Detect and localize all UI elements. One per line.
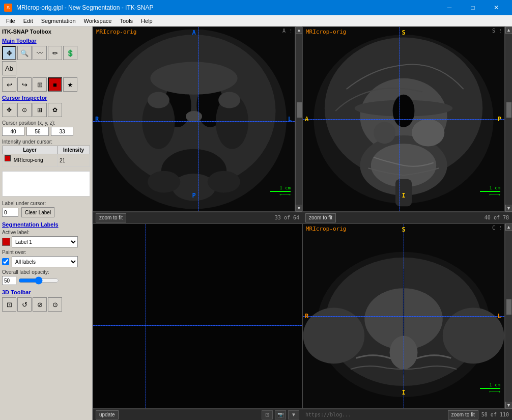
redo-button[interactable]: ↪ (17, 77, 32, 92)
tl-compass-top: A (192, 29, 195, 36)
br-scroll-track[interactable] (506, 231, 512, 401)
tl-scroll-up[interactable]: ▲ (296, 26, 303, 34)
menu-workspace[interactable]: Workspace (80, 17, 116, 25)
tl-slice-info: 33 of 64 (275, 215, 299, 220)
svg-point-24 (412, 119, 444, 147)
menu-segmentation[interactable]: Segmentation (37, 17, 80, 25)
br-footer: https://blog... zoom to fit 58 of 110 (302, 409, 512, 420)
toolbar-row2: ↩ ↪ ⊞ ■ ★ (2, 77, 90, 92)
minimize-button[interactable]: ─ (438, 0, 461, 15)
bl-dropdown[interactable]: ▼ (288, 410, 299, 419)
label-row: Clear Label (2, 207, 90, 217)
layer-name: MRIcrop-orig (3, 154, 58, 167)
svg-point-14 (218, 92, 240, 108)
cursor-z-input[interactable] (51, 127, 73, 136)
3d-tool-1[interactable]: ⊡ (2, 297, 16, 312)
tr-compass-bottom: I (402, 192, 405, 199)
opacity-slider[interactable] (18, 276, 59, 285)
br-scroll-up[interactable]: ▲ (505, 223, 513, 231)
polygon-tool[interactable]: 💲 (63, 46, 77, 60)
tr-scrollbar: ▲ ▼ (505, 26, 512, 212)
tr-zoom-fit[interactable]: zoom to fit (305, 213, 336, 222)
br-scrollbar: ▲ ▼ (505, 223, 512, 409)
tl-zoom-fit[interactable]: zoom to fit (96, 213, 126, 222)
bl-crosshair-v (146, 224, 146, 408)
maximize-button[interactable]: □ (461, 0, 485, 15)
br-slice-info: 58 of 110 (481, 412, 509, 417)
main-layout: ITK-SNAP Toolbox Main Toolbar ✥ 🔍 〰 ✏ 💲 … (0, 26, 512, 420)
tl-viewport-name: MRIcrop-orig (96, 29, 136, 35)
tr-scroll-track[interactable] (506, 34, 512, 204)
br-viewport-name: MRIcrop-orig (306, 226, 346, 232)
tr-scroll-thumb[interactable] (506, 102, 511, 118)
inspector-grid[interactable]: ⊞ (33, 103, 47, 117)
top-left-viewport[interactable]: MRIcrop-orig A ⋮ A P R L (93, 26, 295, 212)
bl-icon-1[interactable]: ⊡ (262, 410, 273, 419)
bottom-right-viewport[interactable]: MRIcrop-orig C ⋮ S I R L (302, 223, 505, 409)
window-controls: ─ □ ✕ (438, 0, 508, 15)
layers-button[interactable]: ⊞ (33, 77, 47, 92)
undo-button[interactable]: ↩ (2, 77, 16, 92)
bl-icon-2[interactable]: 📷 (275, 410, 286, 419)
toolbar-3d-row: ⊡ ↺ ⊘ ⊙ (2, 297, 90, 312)
opacity-input[interactable] (2, 276, 16, 285)
cursor-x-input[interactable] (2, 127, 24, 136)
palette-button[interactable]: ★ (63, 77, 77, 92)
3d-tool-4[interactable]: ⊙ (48, 297, 62, 312)
zoom-tool[interactable]: 🔍 (17, 46, 32, 60)
tr-scroll-down[interactable]: ▼ (505, 205, 513, 212)
br-compass-top: S (402, 226, 405, 233)
br-scroll-down[interactable]: ▼ (505, 402, 513, 409)
bl-update-btn[interactable]: update (96, 410, 119, 419)
br-crosshair-v (404, 224, 404, 408)
top-right-viewport[interactable]: MRIcrop-orig S ⋮ S I A P (302, 26, 505, 212)
bottom-left-viewport[interactable] (93, 223, 302, 409)
freehand-tool[interactable]: 〰 (33, 46, 47, 60)
tr-compass-top: S (402, 29, 405, 36)
3d-tool-3[interactable]: ⊘ (33, 297, 47, 312)
pointer-tool[interactable]: ✥ (2, 46, 16, 60)
active-label-select[interactable]: Label 1 (12, 236, 78, 247)
menu-file[interactable]: File (2, 17, 19, 25)
tl-scroll-down[interactable]: ▼ (296, 205, 303, 212)
svg-point-10 (148, 171, 180, 193)
cursor-y-input[interactable] (26, 127, 49, 136)
paint-over-label: Paint over: (2, 249, 90, 255)
layer-color-swatch (5, 155, 11, 161)
toolbar-row1: ✥ 🔍 〰 ✏ 💲 Ab (2, 46, 90, 75)
top-viewer-row: MRIcrop-orig A ⋮ A P R L (93, 26, 512, 223)
tr-scale-bar: 1 cm ←──→ (480, 185, 500, 197)
active-label-label: Active label: (2, 230, 90, 235)
tr-id-badge: S (492, 28, 495, 34)
paint-tool[interactable]: ✏ (48, 46, 62, 60)
paint-over-checkbox[interactable] (2, 258, 9, 265)
3d-tool-2[interactable]: ↺ (17, 297, 32, 312)
tl-scroll-thumb[interactable] (297, 102, 302, 118)
text-tool[interactable]: Ab (2, 61, 16, 75)
tr-corner-icon: ⋮ (498, 28, 503, 35)
inspector-pointer[interactable]: ✥ (2, 103, 16, 117)
clear-label-button[interactable]: Clear Label (21, 207, 54, 217)
bottom-right-inner: MRIcrop-orig C ⋮ S I R L (302, 223, 512, 409)
tr-crosshair-v (400, 27, 400, 211)
paint-over-select[interactable]: All labels (12, 256, 78, 267)
tl-corner-icon: ⋮ (288, 28, 294, 35)
title-bar: S MRIcrop-orig.gipl - New Segmentation -… (0, 0, 512, 15)
br-scroll-thumb[interactable] (506, 299, 511, 315)
close-button[interactable]: ✕ (485, 0, 508, 15)
tr-slice-info: 40 of 78 (485, 215, 509, 220)
tl-scroll-track[interactable] (296, 34, 302, 204)
label-value-input[interactable] (2, 208, 18, 217)
col-layer: Layer (3, 146, 58, 154)
inspector-crosshair[interactable]: ✿ (48, 103, 62, 117)
menu-tools[interactable]: Tools (116, 17, 137, 25)
inspector-zoom[interactable]: ⊙ (17, 103, 32, 117)
color-button[interactable]: ■ (48, 77, 62, 92)
menu-help[interactable]: Help (137, 17, 157, 25)
menu-edit[interactable]: Edit (19, 17, 37, 25)
tl-mri-image (93, 27, 295, 211)
br-zoom-fit[interactable]: zoom to fit (448, 410, 478, 419)
bl-crosshair-h (93, 325, 302, 326)
tr-scroll-up[interactable]: ▲ (505, 26, 513, 34)
toolbar-3d: 3D Toolbar ⊡ ↺ ⊘ ⊙ (2, 289, 90, 312)
